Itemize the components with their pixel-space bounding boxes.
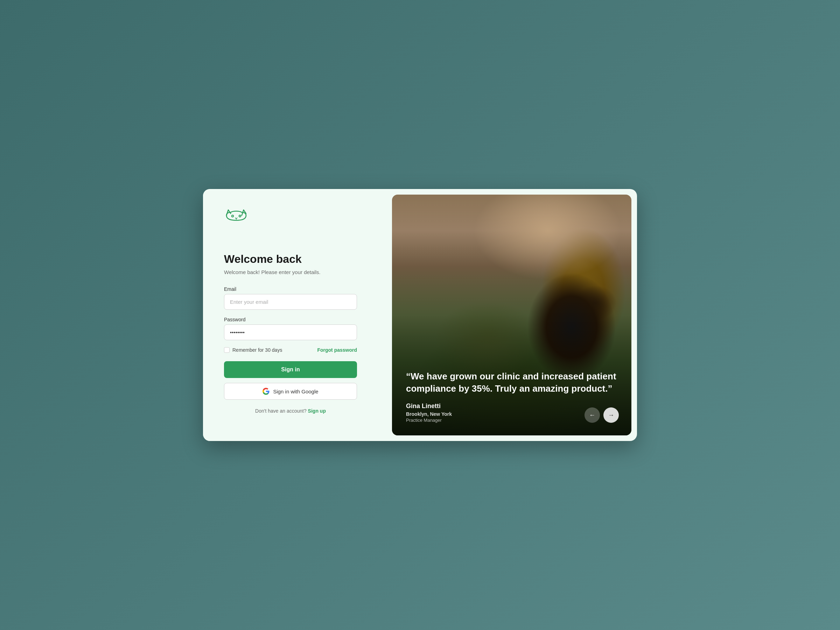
nav-buttons: ← → [584, 407, 619, 423]
logo [224, 207, 364, 226]
google-signin-label: Sign in with Google [273, 388, 318, 395]
remember-me-group: Remember for 30 days [224, 347, 282, 353]
no-account-text: Don't have an account? [255, 408, 306, 414]
email-label: Email [224, 286, 357, 292]
testimonial-quote: “We have grown our clinic and increased … [406, 370, 617, 395]
google-icon [262, 388, 270, 395]
welcome-subtitle: Welcome back! Please enter your details. [224, 269, 357, 275]
next-testimonial-button[interactable]: → [603, 407, 619, 423]
left-panel: Welcome back Welcome back! Please enter … [203, 189, 392, 441]
google-signin-button[interactable]: Sign in with Google [224, 383, 357, 400]
remember-label: Remember for 30 days [232, 347, 282, 353]
welcome-title: Welcome back [224, 253, 357, 266]
svg-point-0 [232, 215, 234, 217]
forgot-password-link[interactable]: Forgot password [317, 347, 357, 353]
password-label: Password [224, 317, 357, 322]
prev-testimonial-button[interactable]: ← [584, 407, 600, 423]
testimonial-block: “We have grown our clinic and increased … [392, 356, 632, 436]
password-field[interactable] [224, 324, 357, 340]
login-card: Welcome back Welcome back! Please enter … [203, 189, 637, 441]
form-section: Welcome back Welcome back! Please enter … [224, 243, 357, 423]
right-panel: “We have grown our clinic and increased … [392, 194, 632, 436]
svg-point-1 [239, 215, 241, 217]
signup-row: Don't have an account? Sign up [224, 408, 357, 414]
signup-link[interactable]: Sign up [308, 408, 326, 414]
email-field[interactable] [224, 294, 357, 310]
remember-checkbox[interactable] [224, 347, 230, 353]
remember-forgot-row: Remember for 30 days Forgot password [224, 347, 357, 353]
sign-in-button[interactable]: Sign in [224, 361, 357, 378]
